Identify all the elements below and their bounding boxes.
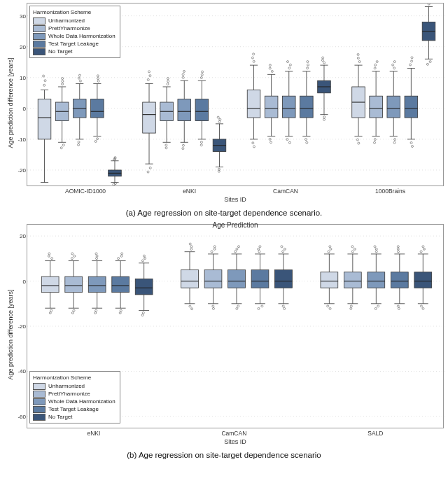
svg-rect-10 (38, 99, 51, 139)
svg-rect-140 (282, 96, 295, 118)
svg-point-354 (351, 251, 354, 253)
xticks-b: eNKICamCANSALD (27, 430, 444, 437)
plot-a-frame: Harmonization Scheme Unharmonized PrettY… (27, 3, 444, 186)
svg-point-279 (143, 255, 145, 257)
svg-point-311 (236, 248, 238, 250)
xtick-label: eNKI (183, 188, 196, 195)
svg-point-177 (357, 53, 359, 55)
svg-point-247 (73, 309, 75, 312)
svg-point-266 (118, 258, 120, 260)
svg-point-290 (189, 243, 191, 245)
plot-b-title: Age Prediction (212, 221, 258, 229)
svg-point-35 (78, 141, 80, 143)
svg-point-368 (377, 305, 379, 307)
figure-b: Age Prediction Harmonization Scheme Unha… (0, 224, 448, 466)
svg-rect-297 (204, 270, 222, 288)
svg-point-379 (397, 305, 399, 307)
svg-point-44 (97, 78, 99, 80)
svg-point-378 (397, 246, 399, 248)
svg-point-197 (393, 67, 396, 69)
xlabel-b: Sites ID (27, 438, 444, 445)
svg-point-77 (167, 80, 169, 83)
svg-point-123 (252, 142, 254, 144)
svg-point-109 (218, 120, 220, 122)
svg-point-199 (393, 61, 396, 63)
svg-point-303 (212, 307, 214, 309)
caption-b: (b) Age regression on site-target depend… (4, 451, 444, 459)
swatch-unharmonized (33, 18, 46, 24)
svg-point-346 (327, 305, 329, 307)
svg-point-131 (271, 70, 273, 72)
svg-point-357 (350, 305, 352, 307)
legend-b: Harmonization Scheme Unharmonized PrettY… (29, 371, 120, 424)
xlabel-a: Sites ID (27, 196, 444, 203)
svg-rect-231 (41, 276, 59, 293)
svg-rect-63 (143, 102, 156, 133)
swatch-notarget (33, 48, 46, 55)
svg-point-69 (147, 171, 149, 173)
svg-rect-363 (368, 272, 385, 288)
plot-b-frame: Harmonization Scheme Unharmonized PrettY… (27, 224, 444, 428)
xtick-label: CamCAN (273, 188, 298, 195)
svg-point-391 (422, 307, 424, 309)
svg-point-245 (74, 255, 76, 257)
legend-item-label: No Target (48, 48, 73, 55)
svg-point-267 (120, 255, 122, 257)
svg-point-134 (269, 138, 271, 140)
svg-point-24 (62, 144, 64, 146)
svg-rect-286 (181, 270, 199, 288)
ylabel-b: Age prediction difference [years] (7, 290, 14, 380)
svg-point-176 (357, 57, 359, 59)
swatch-whole (33, 398, 46, 405)
svg-point-179 (358, 142, 360, 144)
legend-item-label: No Target (48, 413, 73, 421)
legend-item-label: Test Target Leakage (48, 405, 99, 413)
svg-point-325 (258, 307, 260, 309)
svg-point-46 (97, 138, 99, 140)
xticks-a: AOMIC-ID1000eNKICamCAN1000Brains (27, 188, 444, 195)
svg-point-387 (420, 251, 422, 253)
svg-point-281 (141, 314, 144, 316)
svg-point-12 (43, 84, 46, 86)
svg-point-269 (120, 309, 122, 312)
legend-title: Harmonization Scheme (33, 8, 115, 17)
svg-point-33 (78, 77, 80, 79)
svg-point-313 (237, 305, 239, 307)
swatch-whole (33, 33, 46, 40)
svg-point-268 (121, 253, 123, 255)
svg-point-91 (182, 148, 184, 150)
legend-item-label: PrettYharmonize (48, 390, 90, 398)
svg-rect-118 (247, 90, 260, 118)
svg-point-288 (190, 248, 192, 250)
svg-point-122 (253, 53, 255, 55)
svg-point-22 (62, 80, 64, 83)
svg-point-369 (374, 307, 377, 309)
svg-point-291 (189, 305, 191, 307)
legend-item-label: Test Target Leakage (48, 40, 99, 48)
svg-point-235 (48, 253, 50, 255)
svg-point-135 (270, 141, 272, 144)
svg-point-76 (167, 83, 169, 85)
svg-point-376 (398, 251, 400, 253)
svg-point-280 (142, 312, 144, 314)
svg-point-246 (71, 253, 74, 255)
svg-point-345 (329, 246, 331, 248)
svg-point-302 (212, 305, 214, 307)
svg-point-299 (211, 251, 213, 253)
svg-point-47 (94, 140, 97, 142)
svg-point-14 (43, 75, 45, 77)
svg-rect-275 (135, 279, 153, 295)
legend-title: Harmonization Scheme (33, 374, 115, 382)
svg-point-201 (393, 141, 396, 144)
svg-rect-96 (195, 99, 209, 121)
xtick-label: eNKI (87, 430, 100, 437)
ylabel-a: Age prediction difference [years] (7, 58, 14, 148)
svg-point-157 (306, 141, 308, 144)
svg-point-277 (141, 260, 144, 262)
legend-item-label: Unharmonized (48, 382, 85, 390)
figure-a: Harmonization Scheme Unharmonized PrettY… (0, 0, 448, 217)
svg-point-321 (258, 251, 260, 253)
svg-rect-352 (344, 272, 361, 288)
svg-point-21 (62, 83, 64, 85)
svg-point-142 (288, 67, 290, 69)
